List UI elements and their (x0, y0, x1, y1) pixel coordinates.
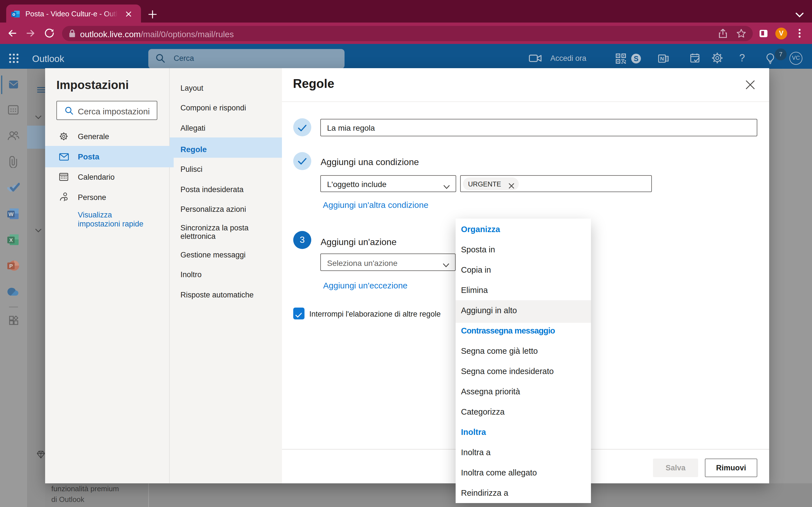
svg-text:o: o (12, 12, 15, 17)
svg-text:N: N (660, 56, 664, 62)
svg-text:S: S (634, 55, 639, 62)
